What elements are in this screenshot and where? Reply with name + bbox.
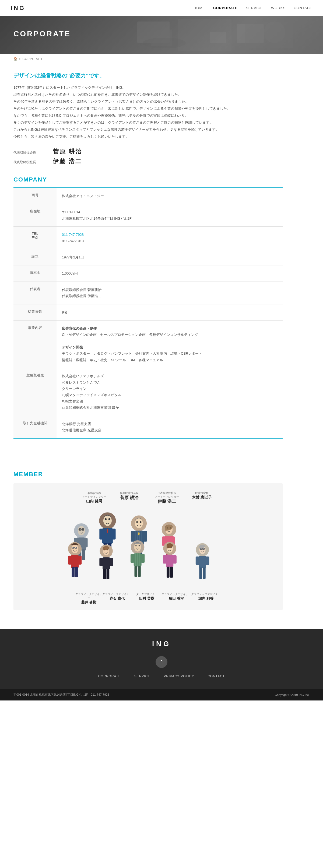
footer-nav-privacy[interactable]: PRIVACY POLICY bbox=[164, 674, 194, 678]
svg-point-75 bbox=[134, 542, 141, 552]
svg-rect-100 bbox=[202, 548, 205, 550]
member-label-saruda: グラフィックデザイナー 猿田 香澄 bbox=[162, 592, 191, 605]
footer-address: 〒001-0014 北海道札幌市北区北14条西4丁目INGビル2F 011-74… bbox=[13, 693, 109, 697]
navigation: ING HOME CORPORATE SERVICE WORKS CONTACT bbox=[0, 0, 323, 16]
svg-point-11 bbox=[82, 529, 84, 530]
table-cell: 011-747-7928 011-747-1918 bbox=[57, 227, 283, 249]
svg-rect-103 bbox=[196, 557, 200, 565]
member-label-akaishi: グラフィックデザイナー 赤石 貴代 bbox=[102, 592, 132, 605]
biz-label-2: デザイン開発 bbox=[62, 345, 83, 349]
table-row: 所在地 〒001-0014北海道札幌市北区北14条西4丁目 INGビル2F bbox=[13, 204, 283, 227]
svg-rect-84 bbox=[134, 566, 137, 577]
svg-rect-73 bbox=[107, 569, 110, 580]
hero-section: CORPORATE bbox=[0, 16, 323, 54]
table-row: 事業内容 広告宣伝の企画・制作 CI・VIデザインの企画 セールスプロモーション… bbox=[13, 320, 283, 368]
member-group-svg bbox=[57, 507, 240, 591]
table-cell: 9名 bbox=[57, 304, 283, 320]
table-cell: 株式会社アイ・エヌ・ジー bbox=[57, 188, 283, 204]
nav-corporate[interactable]: CORPORATE bbox=[213, 6, 238, 10]
table-header: 主要取引先 bbox=[13, 368, 57, 416]
main-content: デザインは経営戦略の"必要力"です。 1977年（昭和52年）にスタートしたグラ… bbox=[0, 64, 296, 471]
svg-rect-102 bbox=[199, 556, 206, 568]
exec-name-2: 伊藤 浩二 bbox=[53, 157, 82, 165]
biz-sub-3: チラシ・ポスター カタログ・パンフレット 会社案内・入社案内 環境・CSRレポー… bbox=[62, 351, 202, 362]
hero-title: CORPORATE bbox=[0, 16, 323, 38]
nav-works[interactable]: WORKS bbox=[271, 6, 286, 10]
svg-point-23 bbox=[109, 519, 110, 520]
biz-sub-1: CI・VIデザインの企画 セールスプロモーション企画 各種デザインコンサルティン… bbox=[62, 333, 198, 337]
breadcrumb-home-icon[interactable]: 🏠 bbox=[13, 57, 18, 61]
svg-rect-41 bbox=[143, 531, 147, 542]
svg-rect-92 bbox=[173, 555, 177, 564]
table-cell: 1,000万円 bbox=[57, 266, 283, 282]
table-cell: 〒001-0014北海道札幌市北区北14条西4丁目 INGビル2F bbox=[57, 204, 283, 227]
member-section: MEMBER 取締役常務アートディレクター 山内 健司 代表取締役会長 菅原 耕… bbox=[0, 471, 296, 629]
table-row: 従業員数 9名 bbox=[13, 304, 283, 320]
corp-body-line-3: その40年を超える歴史の中では数多く、素晴らしいクライアント（お客さま）の方々と… bbox=[13, 98, 283, 105]
member-illustration: 取締役常務アートディレクター 山内 健司 代表取締役会長 菅原 耕治 代表取締役… bbox=[13, 483, 283, 610]
table-header: 商号 bbox=[13, 188, 57, 204]
svg-point-21 bbox=[104, 516, 112, 526]
nav-contact[interactable]: CONTACT bbox=[294, 6, 312, 10]
svg-point-54 bbox=[71, 545, 78, 553]
member-label-horiuchi: グラフィックデザイナー 堀内 利香 bbox=[191, 592, 221, 605]
footer-nav-service[interactable]: SERVICE bbox=[134, 674, 150, 678]
svg-point-32 bbox=[136, 521, 138, 523]
svg-point-76 bbox=[136, 545, 137, 547]
table-header: 事業内容 bbox=[13, 320, 57, 368]
svg-rect-14 bbox=[84, 538, 88, 548]
svg-rect-82 bbox=[130, 554, 134, 563]
company-section-title: COMPANY bbox=[13, 176, 283, 183]
table-cell: 広告宣伝の企画・制作 CI・VIデザインの企画 セールスプロモーション企画 各種… bbox=[57, 320, 283, 368]
member-label-sugawara: 代表取締役会長 菅原 耕治 bbox=[110, 491, 148, 504]
svg-point-22 bbox=[105, 519, 107, 520]
svg-rect-83 bbox=[141, 554, 145, 563]
table-header: 従業員数 bbox=[13, 304, 57, 320]
table-cell: 株式会社いノマノホテルズ 和食レストランとんでん クリーンライン 札幌マタニティ… bbox=[57, 368, 283, 416]
table-row: 主要取引先 株式会社いノマノホテルズ 和食レストランとんでん クリーンライン 札… bbox=[13, 368, 283, 416]
exec-row-1: 代表取締役会長 菅原 耕治 bbox=[13, 148, 283, 156]
footer-up-btn[interactable]: ⌃ bbox=[155, 656, 168, 668]
table-header: 所在地 bbox=[13, 204, 57, 227]
member-section-title: MEMBER bbox=[13, 471, 283, 478]
corp-body-line-7: これからもINGは経験豊富なベテランスタッフとフレッシュな感性の若手デザイナーが… bbox=[13, 126, 283, 133]
exec-row-2: 代表取締役社長 伊藤 浩二 bbox=[13, 157, 283, 165]
table-cell: 代表取締役会長 菅原耕治 代表取締役社長 伊藤浩二 bbox=[57, 282, 283, 304]
svg-point-33 bbox=[140, 521, 142, 523]
nav-links: HOME CORPORATE SERVICE WORKS CONTACT bbox=[194, 6, 312, 10]
corp-headline: デザインは経営戦略の"必要力"です。 bbox=[13, 72, 283, 79]
nav-service[interactable]: SERVICE bbox=[246, 6, 263, 10]
table-row: 商号 株式会社アイ・エヌ・ジー bbox=[13, 188, 283, 204]
svg-rect-71 bbox=[109, 558, 113, 566]
svg-rect-61 bbox=[68, 556, 71, 565]
table-row: 資本金 1,000万円 bbox=[13, 266, 283, 282]
svg-rect-106 bbox=[203, 568, 206, 579]
footer-nav-corporate[interactable]: CORPORATE bbox=[98, 674, 121, 678]
svg-rect-60 bbox=[71, 555, 79, 568]
corp-body-line-8: 今後とも、皆さまの温かいご支援、ご指導をよろしくお願いいたします。 bbox=[13, 133, 283, 140]
svg-rect-105 bbox=[199, 568, 202, 579]
breadcrumb-separator: > bbox=[19, 57, 21, 61]
table-header: TELFAX bbox=[13, 227, 57, 249]
svg-rect-72 bbox=[103, 569, 106, 580]
svg-rect-69 bbox=[102, 557, 110, 569]
exec-title-2: 代表取締役社長 bbox=[13, 160, 49, 164]
table-cell: 北洋銀行 光星支店 北海道信用金庫 光星支店 bbox=[57, 416, 283, 438]
footer-bottom: 〒001-0014 北海道札幌市北区北14条西4丁目INGビル2F 011-74… bbox=[0, 689, 323, 701]
corp-body-line-6: 多くのデザインを作品としてご提案することができたのは、クライアントの皆さまのご理… bbox=[13, 119, 283, 126]
svg-rect-26 bbox=[99, 529, 104, 540]
tel-link[interactable]: 011-747-7928 bbox=[62, 232, 84, 237]
table-header: 取引先金融機関 bbox=[13, 416, 57, 438]
nav-home[interactable]: HOME bbox=[194, 6, 205, 10]
footer-dark: ING ⌃ CORPORATE SERVICE PRIVACY POLICY C… bbox=[0, 629, 323, 689]
footer-nav: CORPORATE SERVICE PRIVACY POLICY CONTACT bbox=[13, 674, 310, 678]
table-cell: 1977年2月1日 bbox=[57, 249, 283, 265]
footer-nav-contact[interactable]: CONTACT bbox=[208, 674, 225, 678]
svg-rect-40 bbox=[131, 531, 135, 542]
corp-body-line-5: なかでも、各種企業におけるCIプロジェクトへの参画や医療関係、観光ホテルの分野で… bbox=[13, 112, 283, 119]
member-label-yamanouchi: 取締役常務アートディレクター 山内 健司 bbox=[78, 491, 110, 504]
nav-logo[interactable]: ING bbox=[11, 5, 25, 11]
executives: 代表取締役会長 菅原 耕治 代表取締役社長 伊藤 浩二 bbox=[13, 148, 283, 165]
corp-body: 1977年（昭和52年）にスタートしたグラフィックデザイン会社、ING。 現在進… bbox=[13, 84, 283, 140]
member-label-fujii: グラフィックデザイナー 藤井 杏樹 bbox=[76, 592, 102, 605]
